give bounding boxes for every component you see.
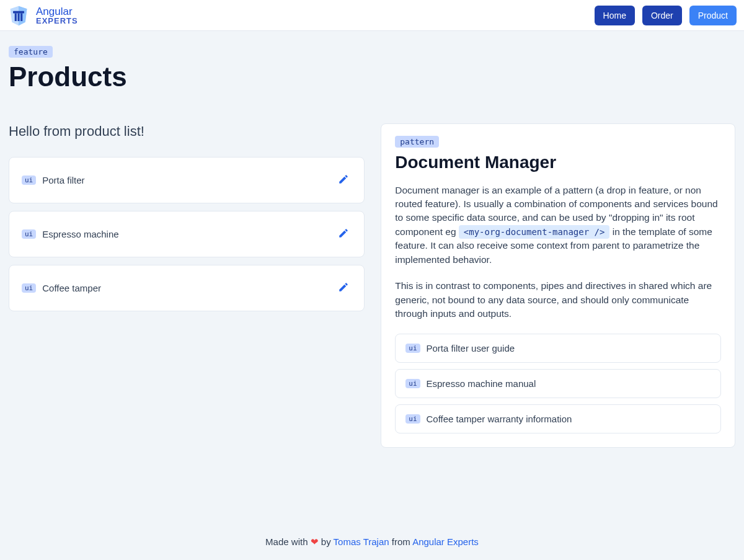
document-name: Espresso machine manual [427,378,536,389]
page-title: Products [9,61,735,92]
document-list: ui Porta filter user guide ui Espresso m… [395,334,721,433]
footer: Made with ❤ by Tomas Trajan from Angular… [0,525,744,560]
svg-rect-3 [20,13,22,21]
svg-rect-0 [13,11,24,13]
panel-paragraph-1: Document manager is an example of a patt… [395,184,721,267]
product-name: Porta filter [42,175,84,185]
panel-badge: pattern [395,136,439,148]
document-name: Porta filter user guide [427,343,515,353]
product-name: Espresso machine [42,229,118,239]
nav-product[interactable]: Product [689,6,737,25]
product-name: Coffee tamper [42,283,101,293]
panel-paragraph-2: This is in contrast to components, pipes… [395,279,721,321]
pencil-icon [338,285,349,295]
panel-body: Document manager is an example of a patt… [395,184,721,321]
logo-text: Angular EXPERTS [36,6,78,25]
panel-title: Document Manager [395,153,721,172]
app-header: Angular EXPERTS Home Order Product [0,0,744,31]
nav-home[interactable]: Home [595,6,635,25]
main-nav: Home Order Product [595,6,737,25]
code-snippet: <my-org-document-manager /> [459,225,610,239]
angular-experts-logo-icon [7,4,30,27]
footer-from: from [392,536,412,547]
logo[interactable]: Angular EXPERTS [7,4,78,27]
footer-made-with: Made with [265,536,311,547]
footer-by: by [321,536,334,547]
logo-line-1: Angular [36,6,78,17]
pencil-icon [338,231,349,241]
logo-line-2: EXPERTS [36,17,78,25]
product-list-column: Hello from product list! ui Porta filter [9,123,365,311]
svg-rect-2 [17,13,19,21]
heart-icon: ❤ [311,536,319,547]
document-manager-panel: pattern Document Manager Document manage… [381,123,735,447]
edit-button[interactable] [335,225,352,243]
ui-badge: ui [22,176,36,185]
svg-rect-1 [15,13,17,21]
ui-badge: ui [405,414,420,424]
product-card-list: ui Porta filter ui Espresso machine [9,157,365,311]
edit-button[interactable] [335,171,352,189]
product-card[interactable]: ui Espresso machine [9,211,365,257]
document-card[interactable]: ui Porta filter user guide [395,334,721,363]
page-badge: feature [9,46,53,58]
main-content: feature Products Hello from product list… [0,31,744,525]
footer-author-link[interactable]: Tomas Trajan [334,536,389,547]
ui-badge: ui [22,283,36,293]
document-card[interactable]: ui Coffee tamper warranty information [395,404,721,433]
document-card[interactable]: ui Espresso machine manual [395,369,721,398]
hello-text: Hello from product list! [9,123,365,140]
edit-button[interactable] [335,279,352,297]
product-card[interactable]: ui Coffee tamper [9,265,365,311]
nav-order[interactable]: Order [642,6,682,25]
footer-org-link[interactable]: Angular Experts [412,536,479,547]
ui-badge: ui [405,344,420,353]
pencil-icon [338,177,349,187]
document-name: Coffee tamper warranty information [427,414,572,424]
ui-badge: ui [22,229,36,239]
ui-badge: ui [405,379,420,388]
product-card[interactable]: ui Porta filter [9,157,365,203]
